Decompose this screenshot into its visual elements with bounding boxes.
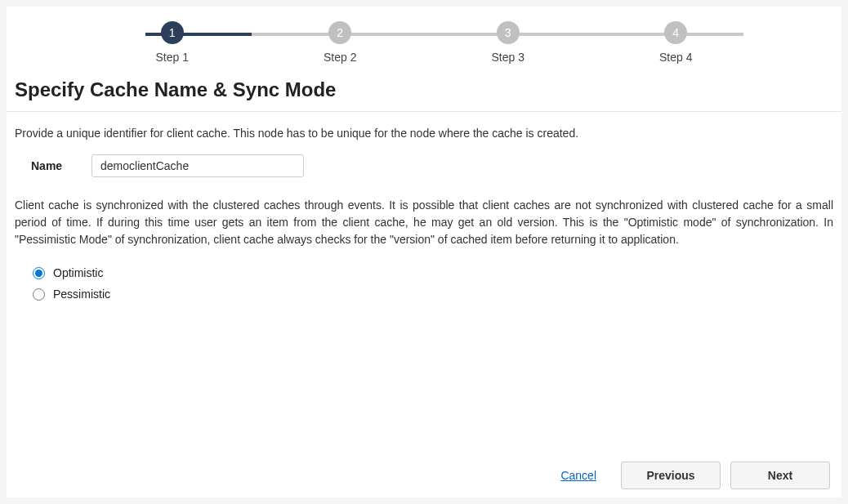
step-4-label: Step 4 <box>659 51 692 64</box>
radio-pessimistic[interactable] <box>33 288 45 301</box>
footer: Cancel Previous Next <box>560 462 830 489</box>
name-label: Name <box>31 159 72 172</box>
radio-optimistic-label: Optimistic <box>53 266 103 279</box>
name-input[interactable] <box>91 154 304 177</box>
step-1-label: Step 1 <box>156 51 189 64</box>
page-title: Specify Cache Name & Sync Mode <box>7 72 841 112</box>
step-3-label: Step 3 <box>492 51 524 64</box>
step-2-circle: 2 <box>328 21 351 44</box>
step-4: 4 Step 4 <box>592 21 761 64</box>
name-row: Name <box>15 154 833 177</box>
radio-optimistic[interactable] <box>33 267 45 279</box>
step-2-label: Step 2 <box>324 51 356 64</box>
step-4-circle: 4 <box>664 21 687 44</box>
stepper: 1 Step 1 2 Step 2 3 Step 3 4 Step 4 <box>7 7 841 72</box>
step-3-circle: 3 <box>497 21 520 44</box>
radio-optimistic-row[interactable]: Optimistic <box>33 266 833 279</box>
radio-pessimistic-label: Pessimistic <box>53 288 110 301</box>
next-button[interactable]: Next <box>730 462 830 489</box>
step-3: 3 Step 3 <box>424 21 592 64</box>
content: Provide a unique identifier for client c… <box>7 112 841 317</box>
cancel-link[interactable]: Cancel <box>560 469 596 482</box>
description-text: Client cache is synchronized with the cl… <box>15 197 833 248</box>
step-2: 2 Step 2 <box>257 21 425 64</box>
intro-text: Provide a unique identifier for client c… <box>15 127 833 140</box>
sync-mode-group: Optimistic Pessimistic <box>15 266 833 301</box>
previous-button[interactable]: Previous <box>621 462 721 489</box>
radio-pessimistic-row[interactable]: Pessimistic <box>33 288 833 301</box>
step-1: 1 Step 1 <box>88 21 257 64</box>
wizard-container: 1 Step 1 2 Step 2 3 Step 3 4 Step 4 Spec… <box>7 7 841 497</box>
step-1-circle: 1 <box>161 21 184 44</box>
